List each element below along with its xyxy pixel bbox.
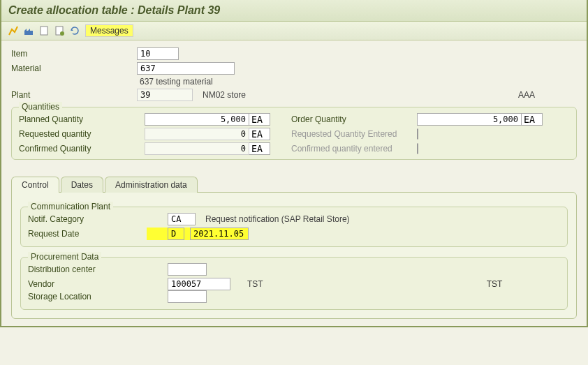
request-date-label: Request Date: [28, 229, 147, 239]
plant-field: [137, 89, 193, 101]
storage-location-field[interactable]: [168, 290, 207, 303]
vendor-description-2: TST: [487, 279, 503, 289]
planned-qty-field[interactable]: [145, 113, 249, 126]
planned-qty-unit[interactable]: [249, 113, 270, 126]
tab-administration-data[interactable]: Administration data: [105, 177, 198, 193]
chart-icon[interactable]: [7, 24, 20, 37]
storage-location-label: Storage Location: [28, 292, 168, 301]
vendor-field[interactable]: [168, 278, 230, 290]
confirmed-qty-unit: [249, 142, 270, 155]
conf-entered-checkbox: [417, 143, 418, 154]
item-field[interactable]: [137, 47, 179, 60]
tab-control[interactable]: Control: [11, 177, 59, 193]
order-qty-field[interactable]: [417, 113, 522, 126]
confirmed-qty-label: Confirmed Quantity: [19, 144, 145, 154]
svg-rect-1: [41, 27, 47, 35]
requested-qty-unit: [249, 128, 270, 140]
toolbar: Messages: [1, 22, 587, 40]
messages-button[interactable]: Messages: [85, 24, 133, 37]
page-title: Create allocation table : Details Plant …: [8, 4, 580, 17]
distribution-center-field[interactable]: [168, 263, 207, 276]
planned-qty-label: Planned Quantity: [19, 114, 145, 124]
vendor-label: Vendor: [28, 279, 168, 289]
vendor-description: TST: [247, 279, 263, 289]
order-qty-label: Order Quantity: [291, 114, 417, 124]
tab-strip: Control Dates Administration data: [11, 177, 577, 193]
titlebar: Create allocation table : Details Plant …: [1, 0, 587, 22]
plant-description: NM02 store: [203, 90, 246, 100]
document-icon[interactable]: [38, 24, 50, 37]
quantities-legend: Quantities: [19, 102, 62, 112]
highlight-left: [147, 228, 168, 240]
confirmed-qty-field: [145, 142, 249, 155]
item-label: Item: [11, 49, 137, 59]
requested-qty-label: Requested quantity: [19, 129, 145, 139]
distribution-center-label: Distribution center: [28, 265, 168, 274]
tab-dates[interactable]: Dates: [61, 177, 103, 193]
plant-label: Plant: [11, 90, 137, 100]
requested-qty-field: [145, 128, 249, 140]
svg-rect-0: [24, 31, 33, 35]
document-new-icon[interactable]: [53, 24, 66, 37]
material-label: Material: [11, 64, 137, 73]
conf-entered-label: Confirmed quantity entered: [291, 144, 417, 154]
notif-category-label: Notif. Category: [28, 214, 168, 224]
communication-plant-group: Communication Plant Notif. Category Requ…: [20, 207, 568, 247]
request-date-field[interactable]: [190, 228, 249, 240]
procurement-data-group: Procurement Data Distribution center Ven…: [20, 257, 568, 310]
plant-extra: AAA: [518, 90, 535, 100]
req-entered-label: Requested Quantity Entered: [291, 129, 417, 139]
procurement-data-legend: Procurement Data: [28, 252, 101, 262]
tab-panel-control: Communication Plant Notif. Category Requ…: [11, 192, 577, 319]
material-description: 637 testing material: [140, 77, 213, 87]
material-field[interactable]: [137, 62, 235, 75]
quantities-group: Quantities Planned Quantity Order Quanti…: [11, 107, 577, 160]
request-date-code-field[interactable]: [168, 228, 184, 240]
notif-category-description: Request notification (SAP Retail Store): [205, 214, 350, 224]
communication-plant-legend: Communication Plant: [28, 202, 113, 211]
notif-category-field[interactable]: [168, 213, 196, 225]
req-entered-checkbox: [417, 128, 418, 140]
svg-point-3: [60, 31, 64, 36]
refresh-icon[interactable]: [68, 24, 81, 37]
factory-icon[interactable]: [22, 24, 35, 37]
order-qty-unit[interactable]: [522, 113, 543, 126]
